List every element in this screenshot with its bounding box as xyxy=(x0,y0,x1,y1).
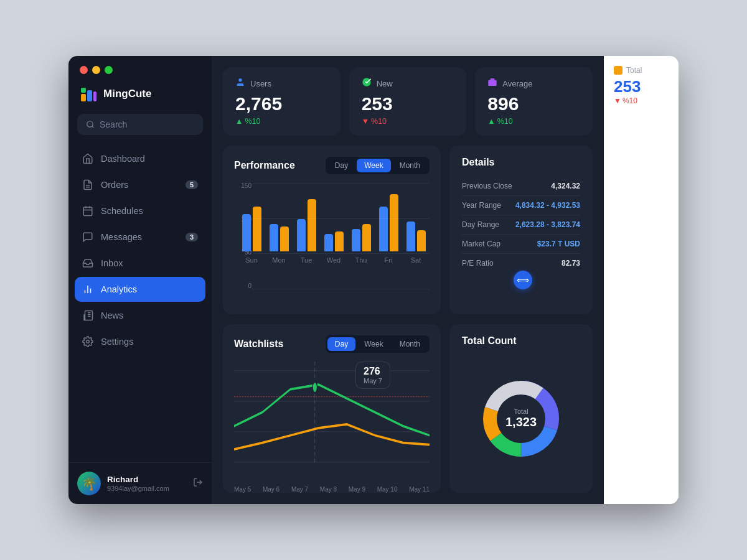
performance-tab-month[interactable]: Month xyxy=(392,159,428,172)
svg-point-17 xyxy=(87,340,90,343)
svg-point-20 xyxy=(362,78,370,86)
search-input[interactable]: Search xyxy=(100,119,127,129)
stat-label-users: Users xyxy=(250,79,271,88)
main-content: Users 2,765 ▲ %10 New 253 xyxy=(212,56,604,504)
right-panel-change: ▼ %10 xyxy=(614,96,669,105)
total-count-card: Total Count Total 1,323 xyxy=(449,324,593,493)
svg-rect-7 xyxy=(83,207,92,216)
window-controls xyxy=(68,56,212,82)
performance-tab-day[interactable]: Day xyxy=(327,159,355,172)
sidebar-item-inbox[interactable]: Inbox xyxy=(75,251,205,276)
stat-label-new: New xyxy=(377,79,393,88)
orders-badge: 5 xyxy=(186,180,198,189)
bar-grid xyxy=(253,183,430,289)
maximize-button[interactable] xyxy=(105,66,113,74)
stat-card-average: Average 896 ▲ %10 xyxy=(475,67,593,136)
sidebar-label-news: News xyxy=(101,310,123,320)
watchlists-title: Watchlists xyxy=(234,338,283,350)
search-box[interactable]: Search xyxy=(77,114,203,135)
settings-icon xyxy=(82,336,93,347)
svg-point-19 xyxy=(238,78,242,82)
detail-row-3: Market Cap $23.7 T USD xyxy=(462,235,580,254)
up-arrow-icon-2: ▲ xyxy=(487,117,495,126)
x-labels: May 5 May 6 May 7 May 8 May 9 May 10 May… xyxy=(234,486,430,493)
user-info: Richard 9394lay@gmail.com xyxy=(107,475,187,492)
stat-change-users: ▲ %10 xyxy=(235,117,328,126)
new-icon xyxy=(362,77,372,90)
watchlists-tab-month[interactable]: Month xyxy=(392,337,428,351)
svg-rect-3 xyxy=(93,91,96,101)
svg-rect-0 xyxy=(81,94,86,101)
total-count-title: Total Count xyxy=(462,335,580,347)
total-icon xyxy=(614,66,622,75)
bottom-row: Watchlists Day Week Month xyxy=(223,324,593,493)
charts-row: Performance Day Week Month 150 100 xyxy=(223,146,593,314)
svg-rect-2 xyxy=(81,88,86,93)
up-arrow-icon: ▲ xyxy=(235,117,243,126)
brand: MingCute xyxy=(68,82,212,114)
avatar: 🌴 xyxy=(77,472,101,495)
logout-icon[interactable] xyxy=(193,477,203,490)
line-chart-svg xyxy=(234,362,430,482)
tooltip-bubble: 276 May 7 xyxy=(355,362,390,389)
user-email: 9394lay@gmail.com xyxy=(107,485,187,492)
bar-sun-blue xyxy=(242,214,251,251)
sidebar-item-messages[interactable]: Messages 3 xyxy=(75,225,205,250)
app-window: MingCute Search Dashboard Orders xyxy=(68,56,679,504)
user-section: 🌴 Richard 9394lay@gmail.com xyxy=(68,462,212,504)
nav-items: Dashboard Orders 5 Schedules xyxy=(68,146,212,462)
sidebar-label-dashboard: Dashboard xyxy=(101,154,145,164)
sidebar: MingCute Search Dashboard Orders xyxy=(68,56,212,504)
sidebar-label-schedules: Schedules xyxy=(101,206,143,216)
watchlists-period-tabs: Day Week Month xyxy=(326,335,430,353)
donut-label: Total xyxy=(505,408,537,415)
sidebar-label-orders: Orders xyxy=(101,180,128,190)
watchlists-tab-week[interactable]: Week xyxy=(357,337,390,351)
sidebar-item-news[interactable]: News xyxy=(75,303,205,328)
users-icon xyxy=(235,77,245,90)
sidebar-item-settings[interactable]: Settings xyxy=(75,329,205,354)
watchlists-card: Watchlists Day Week Month xyxy=(223,324,441,493)
donut-value: 1,323 xyxy=(505,415,537,429)
analytics-icon xyxy=(82,284,93,295)
messages-badge: 3 xyxy=(186,233,198,241)
content-area: Users 2,765 ▲ %10 New 253 xyxy=(212,56,604,504)
sidebar-label-settings: Settings xyxy=(101,337,133,347)
message-icon xyxy=(82,231,93,243)
stat-card-users: Users 2,765 ▲ %10 xyxy=(223,67,341,136)
user-name: Richard xyxy=(107,475,187,484)
watchlists-tab-day[interactable]: Day xyxy=(327,337,355,351)
sidebar-item-dashboard[interactable]: Dashboard xyxy=(75,146,205,171)
sidebar-label-inbox: Inbox xyxy=(101,258,123,268)
sidebar-label-messages: Messages xyxy=(101,232,142,242)
sidebar-item-schedules[interactable]: Schedules xyxy=(75,198,205,223)
close-button[interactable] xyxy=(80,66,88,74)
right-panel-total-label: Total xyxy=(626,66,642,75)
tooltip-value: 276 xyxy=(364,366,382,377)
stat-value-new: 253 xyxy=(362,93,454,114)
stat-value-average: 896 xyxy=(487,93,580,114)
detail-row-4: P/E Ratio 82.73 xyxy=(462,254,580,273)
orders-icon xyxy=(82,179,93,190)
calendar-icon xyxy=(82,205,93,217)
scroll-divider-handle[interactable]: ⟺ xyxy=(514,271,532,289)
tooltip-date: May 7 xyxy=(364,377,382,385)
bar-chart: 150 100 50 0 xyxy=(234,183,430,303)
svg-rect-1 xyxy=(87,90,92,101)
sidebar-item-orders[interactable]: Orders 5 xyxy=(75,172,205,197)
minimize-button[interactable] xyxy=(92,66,100,74)
brand-logo-icon xyxy=(80,85,97,103)
details-title: Details xyxy=(462,157,580,168)
news-icon xyxy=(82,310,93,321)
average-icon xyxy=(487,77,497,90)
stat-change-average: ▲ %10 xyxy=(487,117,580,126)
down-arrow-icon: ▼ xyxy=(362,117,369,126)
performance-tab-week[interactable]: Week xyxy=(357,159,390,172)
down-arrow-icon-rp: ▼ xyxy=(614,96,621,105)
home-icon xyxy=(82,153,93,164)
inbox-icon xyxy=(82,258,93,269)
performance-period-tabs: Day Week Month xyxy=(326,157,430,174)
stat-card-new: New 253 ▼ %10 xyxy=(349,67,467,136)
sidebar-item-analytics[interactable]: Analytics xyxy=(75,277,205,302)
donut-center: Total 1,323 xyxy=(505,408,537,429)
